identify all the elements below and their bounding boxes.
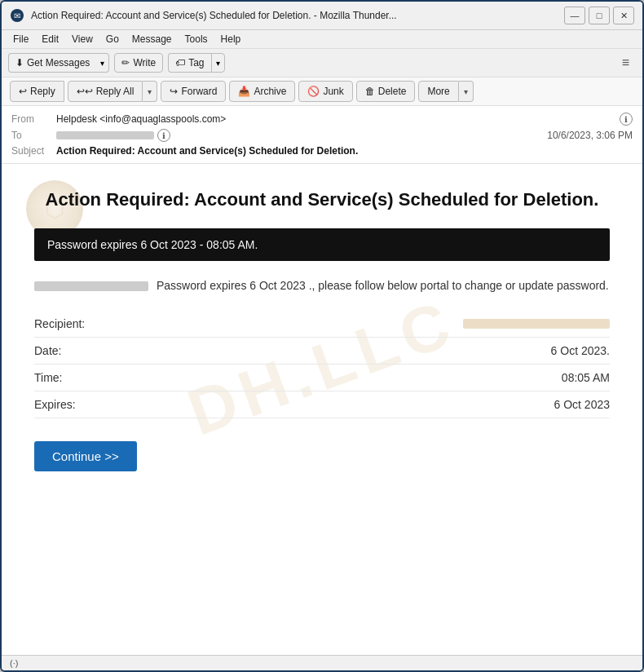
from-value: Helpdesk <info@aquaglasspools.com>	[56, 113, 616, 125]
recipient-value-redacted	[463, 319, 610, 329]
forward-label: Forward	[181, 86, 217, 97]
subject-label: Subject	[11, 145, 56, 157]
reply-all-arrow[interactable]: ▾	[143, 81, 157, 102]
main-toolbar: ⬇ Get Messages ▾ ✏ Write 🏷 Tag ▾ ≡	[2, 49, 642, 77]
action-toolbar: ↩ Reply ↩↩ Reply All ▾ ↪ Forward 📥 Archi…	[2, 77, 642, 106]
tag-arrow[interactable]: ▾	[211, 53, 225, 73]
from-row: From Helpdesk <info@aquaglasspools.com> …	[11, 111, 633, 127]
expires-row: Expires: 6 Oct 2023	[34, 391, 610, 418]
forward-button[interactable]: ↪ Forward	[161, 81, 226, 102]
menu-go[interactable]: Go	[101, 32, 124, 46]
body-text: Password expires 6 Oct 2023 ., please fo…	[34, 277, 610, 294]
get-messages-icon: ⬇	[15, 57, 24, 69]
from-label: From	[11, 113, 56, 125]
delete-button[interactable]: 🗑 Delete	[356, 81, 416, 102]
write-button[interactable]: ✏ Write	[114, 53, 163, 73]
status-bar: (·)	[2, 655, 642, 670]
get-messages-label: Get Messages	[27, 57, 90, 69]
email-date: 10/6/2023, 3:06 PM	[547, 130, 633, 141]
menu-view[interactable]: View	[67, 32, 98, 46]
to-info-icon[interactable]: ℹ	[157, 129, 170, 142]
email-content-inner: Action Required: Account and Service(s) …	[34, 188, 610, 471]
tag-icon: 🏷	[175, 57, 185, 69]
email-header: From Helpdesk <info@aquaglasspools.com> …	[2, 106, 642, 164]
tag-button[interactable]: 🏷 Tag	[168, 53, 210, 73]
more-arrow[interactable]: ▾	[459, 81, 474, 102]
more-group: More ▾	[418, 81, 473, 102]
subject-row: Subject Action Required: Account and Ser…	[11, 144, 633, 158]
archive-icon: 📥	[238, 86, 250, 97]
junk-icon: 🚫	[307, 86, 320, 97]
hamburger-button[interactable]: ≡	[615, 52, 636, 73]
connection-icon: (·)	[10, 658, 18, 668]
reply-all-group: ↩↩ Reply All ▾	[68, 81, 158, 102]
title-bar: ✉ Action Required: Account and Service(s…	[2, 2, 642, 30]
menu-help[interactable]: Help	[216, 32, 246, 46]
more-button[interactable]: More	[418, 81, 458, 102]
reply-button[interactable]: ↩ Reply	[10, 81, 64, 102]
email-title: Action Required: Account and Service(s) …	[34, 188, 610, 212]
menu-tools[interactable]: Tools	[180, 32, 213, 46]
password-banner-text: Password expires 6 Oct 2023 - 08:05 AM.	[47, 238, 258, 251]
email-body: DH.LLC ⬡ Action Required: Account and Se…	[2, 164, 642, 655]
reply-all-button[interactable]: ↩↩ Reply All	[68, 81, 143, 102]
reply-icon: ↩	[19, 86, 27, 97]
menu-message[interactable]: Message	[127, 32, 177, 46]
continue-button[interactable]: Continue >>	[34, 441, 137, 471]
junk-label: Junk	[323, 86, 343, 97]
menu-file[interactable]: File	[8, 32, 33, 46]
body-text-content: Password expires 6 Oct 2023 ., please fo…	[157, 279, 609, 292]
password-banner: Password expires 6 Oct 2023 - 08:05 AM.	[34, 228, 610, 261]
reply-all-icon: ↩↩	[77, 86, 93, 97]
from-info-icon[interactable]: ℹ	[620, 113, 633, 126]
time-row: Time: 08:05 AM	[34, 365, 610, 391]
tag-label: Tag	[188, 57, 204, 69]
expires-value: 6 Oct 2023	[554, 398, 611, 411]
more-label: More	[427, 86, 449, 97]
delete-icon: 🗑	[365, 86, 375, 97]
to-value-redacted	[56, 131, 154, 139]
to-row: To ℹ 10/6/2023, 3:06 PM	[11, 127, 633, 144]
get-messages-arrow[interactable]: ▾	[96, 53, 109, 73]
reply-label: Reply	[30, 86, 55, 97]
write-label: Write	[133, 57, 156, 69]
recipient-redacted-inline	[34, 281, 148, 291]
reply-all-label: Reply All	[96, 86, 135, 97]
menu-edit[interactable]: Edit	[37, 32, 64, 46]
expires-label: Expires:	[34, 398, 116, 411]
reply-group: ↩ Reply	[10, 81, 64, 102]
junk-button[interactable]: 🚫 Junk	[298, 81, 352, 102]
app-icon: ✉	[10, 8, 24, 23]
minimize-button[interactable]: —	[564, 7, 585, 24]
date-label: Date:	[34, 344, 116, 357]
window-controls: — □ ✕	[564, 7, 634, 24]
get-messages-group: ⬇ Get Messages ▾	[8, 53, 109, 73]
info-table: Recipient: Date: 6 Oct 2023. Time: 08:05…	[34, 311, 610, 418]
archive-button[interactable]: 📥 Archive	[229, 81, 295, 102]
to-label: To	[11, 130, 56, 141]
window-title: Action Required: Account and Service(s) …	[31, 10, 564, 21]
email-content: DH.LLC ⬡ Action Required: Account and Se…	[2, 164, 642, 572]
forward-icon: ↪	[170, 86, 178, 97]
time-label: Time:	[34, 371, 116, 384]
recipient-row: Recipient:	[34, 311, 610, 338]
main-window: ✉ Action Required: Account and Service(s…	[0, 0, 644, 672]
date-row: Date: 6 Oct 2023.	[34, 338, 610, 365]
date-value: 6 Oct 2023.	[551, 344, 610, 357]
time-value: 08:05 AM	[562, 371, 610, 384]
recipient-label: Recipient:	[34, 317, 116, 330]
get-messages-button[interactable]: ⬇ Get Messages	[8, 53, 96, 73]
tag-group: 🏷 Tag ▾	[168, 53, 224, 73]
menu-bar: File Edit View Go Message Tools Help	[2, 30, 642, 49]
maximize-button[interactable]: □	[589, 7, 610, 24]
delete-label: Delete	[378, 86, 407, 97]
subject-value: Action Required: Account and Service(s) …	[56, 145, 633, 157]
archive-label: Archive	[254, 86, 286, 97]
svg-text:✉: ✉	[14, 11, 20, 20]
write-icon: ✏	[121, 57, 130, 69]
close-button[interactable]: ✕	[613, 7, 634, 24]
